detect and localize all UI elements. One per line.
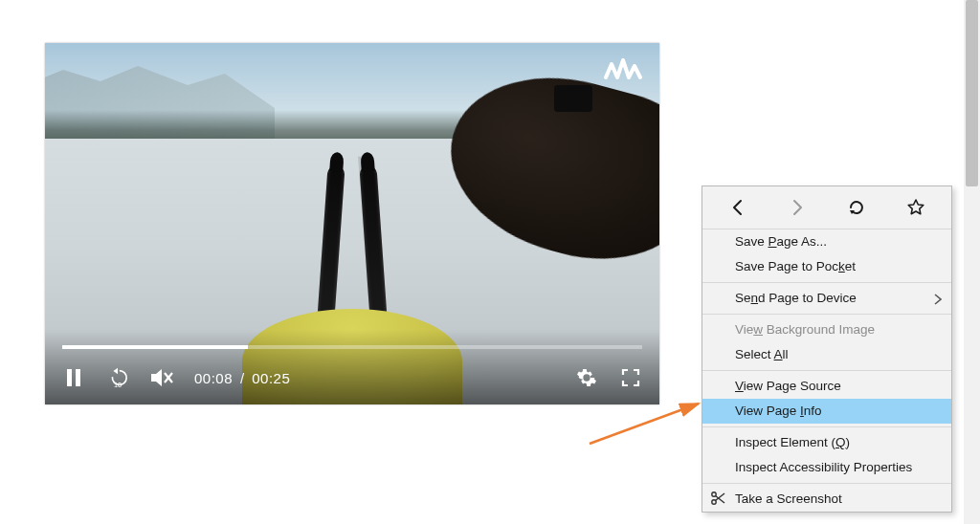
video-player[interactable]: 10 00:08 / 00:25	[45, 43, 659, 404]
menu-item-label: Take a Screenshot	[735, 489, 842, 510]
settings-button[interactable]	[575, 366, 598, 389]
svg-marker-2	[113, 368, 118, 374]
page-scrollbar[interactable]	[964, 0, 980, 524]
menu-item-label: Save Page As...	[735, 231, 827, 252]
menu-item-inspect-a11y[interactable]: Inspect Accessibility Properties	[702, 455, 951, 480]
video-action-cam	[554, 85, 592, 112]
menu-item-label: View Background Image	[735, 319, 875, 340]
menu-item-label: Select All	[735, 344, 789, 365]
menu-item-view-info[interactable]: View Page Info	[702, 399, 951, 424]
menu-item-screenshot[interactable]: Take a Screenshot	[702, 487, 951, 512]
rewind-10-button[interactable]: 10	[106, 366, 129, 389]
menu-item-label: View Page Source	[735, 376, 841, 397]
menu-item-label: Inspect Element (Q)	[735, 432, 850, 453]
nav-reload-button[interactable]	[835, 190, 878, 225]
scrollbar-thumb[interactable]	[966, 0, 978, 186]
menu-item-save-as[interactable]: Save Page As...	[702, 229, 951, 254]
menu-item-label: View Page Info	[735, 401, 822, 422]
context-menu-navrow	[702, 186, 951, 229]
svg-line-12	[590, 404, 699, 444]
menu-item-label: Send Page to Device	[735, 288, 857, 309]
svg-text:10: 10	[114, 381, 122, 388]
menu-item-inspect-elem[interactable]: Inspect Element (Q)	[702, 430, 951, 455]
menu-item-view-source[interactable]: View Page Source	[702, 374, 951, 399]
menu-item-select-all[interactable]: Select All	[702, 342, 951, 367]
context-menu-items: Save Page As...Save Page to PocketSend P…	[702, 229, 951, 512]
svg-rect-0	[67, 369, 72, 386]
menu-separator	[702, 483, 951, 484]
scissors-icon	[710, 491, 725, 506]
nav-bookmark-button[interactable]	[895, 190, 937, 225]
menu-item-save-pocket[interactable]: Save Page to Pocket	[702, 254, 951, 279]
progress-fill	[62, 345, 248, 349]
nav-forward-button[interactable]	[776, 190, 818, 225]
mute-button[interactable]	[150, 366, 173, 389]
menu-item-view-bg-image: View Background Image	[702, 317, 951, 342]
fullscreen-button[interactable]	[619, 366, 642, 389]
menu-separator	[702, 314, 951, 315]
chevron-right-icon	[934, 291, 942, 312]
time-duration: 00:25	[252, 370, 290, 386]
menu-separator	[702, 282, 951, 283]
nav-back-button[interactable]	[717, 190, 759, 225]
svg-marker-4	[151, 369, 162, 386]
context-menu: Save Page As...Save Page to PocketSend P…	[702, 186, 952, 513]
progress-bar[interactable]	[62, 345, 642, 349]
menu-separator	[702, 370, 951, 371]
time-separator: /	[240, 370, 244, 386]
menu-item-label: Save Page to Pocket	[735, 256, 856, 277]
svg-rect-1	[76, 369, 80, 386]
pause-button[interactable]	[62, 366, 85, 389]
video-controls: 10 00:08 / 00:25	[45, 330, 659, 404]
menu-item-send-to-device[interactable]: Send Page to Device	[702, 286, 951, 311]
menu-item-label: Inspect Accessibility Properties	[735, 457, 912, 478]
menu-separator	[702, 426, 951, 427]
watermark-icon	[602, 55, 644, 91]
time-current: 00:08	[194, 370, 233, 386]
